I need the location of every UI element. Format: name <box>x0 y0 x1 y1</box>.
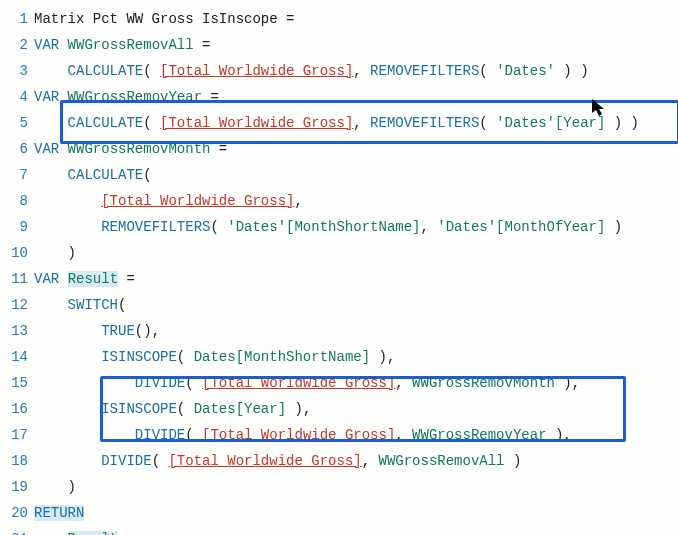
comma: , <box>395 375 412 391</box>
code-line[interactable]: CALCULATE( [Total Worldwide Gross], REMO… <box>34 110 678 136</box>
var-ref: WWGrossRemovYear <box>412 427 546 443</box>
measure-ref: [Total Worldwide Gross] <box>101 193 294 209</box>
paren: ( <box>177 349 194 365</box>
code-line[interactable]: TRUE(), <box>34 318 678 344</box>
paren: ( <box>143 115 160 131</box>
line-number: 4 <box>0 84 28 110</box>
line-number: 10 <box>0 240 28 266</box>
line-number: 18 <box>0 448 28 474</box>
indent <box>34 453 101 469</box>
code-line[interactable]: Result <box>34 526 678 535</box>
paren: ) ) <box>555 63 589 79</box>
column-ref: 'Dates'[MonthShortName] <box>227 219 420 235</box>
code-line[interactable]: SWITCH( <box>34 292 678 318</box>
code-line[interactable]: Matrix Pct WW Gross IsInscope = <box>34 6 678 32</box>
comma: , <box>294 193 302 209</box>
line-number: 1 <box>0 6 28 32</box>
indent <box>34 297 68 313</box>
paren: ( <box>185 427 202 443</box>
keyword-var: VAR <box>34 37 59 53</box>
indent <box>34 531 68 535</box>
paren: ) <box>505 453 522 469</box>
comma: , <box>353 63 370 79</box>
func-removefilters: REMOVEFILTERS <box>370 63 479 79</box>
measure-name: Matrix Pct WW Gross IsInscope = <box>34 11 294 27</box>
line-number: 17 <box>0 422 28 448</box>
code-line[interactable]: DIVIDE( [Total Worldwide Gross], WWGross… <box>34 370 678 396</box>
text: = <box>118 271 135 287</box>
line-number: 5 <box>0 110 28 136</box>
code-line[interactable]: CALCULATE( <box>34 162 678 188</box>
code-area[interactable]: Matrix Pct WW Gross IsInscope = VAR WWGr… <box>34 6 678 535</box>
paren: ) <box>34 245 76 261</box>
paren: ( <box>118 297 126 313</box>
line-number: 8 <box>0 188 28 214</box>
keyword-var: VAR <box>34 89 59 105</box>
code-line[interactable]: ISINSCOPE( Dates[MonthShortName] ), <box>34 344 678 370</box>
paren: ) <box>34 479 76 495</box>
code-line[interactable]: REMOVEFILTERS( 'Dates'[MonthShortName], … <box>34 214 678 240</box>
paren: ) ) <box>605 115 639 131</box>
line-number: 14 <box>0 344 28 370</box>
code-line[interactable]: VAR WWGrossRemovMonth = <box>34 136 678 162</box>
indent <box>34 219 101 235</box>
code-line[interactable]: VAR WWGrossRemovAll = <box>34 32 678 58</box>
code-line[interactable]: CALCULATE( [Total Worldwide Gross], REMO… <box>34 58 678 84</box>
comma: , <box>353 115 370 131</box>
func-calculate: CALCULATE <box>68 63 144 79</box>
column-ref: Dates[Year] <box>194 401 286 417</box>
func-divide: DIVIDE <box>135 427 185 443</box>
var-name: WWGrossRemovMonth <box>59 141 210 157</box>
var-ref: WWGrossRemovAll <box>379 453 505 469</box>
text: = <box>194 37 211 53</box>
column-ref: Dates[MonthShortName] <box>194 349 370 365</box>
code-line[interactable]: DIVIDE( [Total Worldwide Gross], WWGross… <box>34 448 678 474</box>
indent <box>34 349 101 365</box>
indent <box>34 323 101 339</box>
code-line[interactable]: ISINSCOPE( Dates[Year] ), <box>34 396 678 422</box>
paren: ( <box>479 115 496 131</box>
code-line[interactable]: DIVIDE( [Total Worldwide Gross], WWGross… <box>34 422 678 448</box>
keyword-return: RETURN <box>34 505 84 521</box>
text: = <box>202 89 219 105</box>
line-number: 3 <box>0 58 28 84</box>
var-ref: Result <box>68 531 118 535</box>
measure-ref: [Total Worldwide Gross] <box>202 375 395 391</box>
code-editor[interactable]: 1 2 3 4 5 6 7 8 9 10 11 12 13 14 15 16 1… <box>0 0 678 535</box>
code-line[interactable]: VAR Result = <box>34 266 678 292</box>
indent <box>34 167 68 183</box>
keyword-var: VAR <box>34 141 59 157</box>
func-calculate: CALCULATE <box>68 167 144 183</box>
func-calculate: CALCULATE <box>68 115 144 131</box>
table-ref: 'Dates' <box>496 63 555 79</box>
paren: ( <box>210 219 227 235</box>
line-number: 19 <box>0 474 28 500</box>
var-name-selected: Result <box>68 271 118 287</box>
line-number: 16 <box>0 396 28 422</box>
line-number: 21 <box>0 526 28 535</box>
code-line[interactable]: ) <box>34 240 678 266</box>
code-line[interactable]: [Total Worldwide Gross], <box>34 188 678 214</box>
paren: (), <box>135 323 160 339</box>
code-line[interactable]: ) <box>34 474 678 500</box>
code-line[interactable]: VAR WWGrossRemovYear = <box>34 84 678 110</box>
paren: ( <box>177 401 194 417</box>
code-line[interactable]: RETURN <box>34 500 678 526</box>
func-isinscope: ISINSCOPE <box>101 349 177 365</box>
func-removefilters: REMOVEFILTERS <box>370 115 479 131</box>
comma: , <box>395 427 412 443</box>
line-number: 11 <box>0 266 28 292</box>
indent <box>34 427 135 443</box>
comma: , <box>362 453 379 469</box>
paren: ), <box>555 375 580 391</box>
var-name: WWGrossRemovAll <box>59 37 193 53</box>
text: = <box>210 141 227 157</box>
func-removefilters: REMOVEFILTERS <box>101 219 210 235</box>
comma: , <box>420 219 437 235</box>
paren: ( <box>152 453 169 469</box>
indent <box>34 63 68 79</box>
paren: ), <box>370 349 395 365</box>
measure-ref: [Total Worldwide Gross] <box>202 427 395 443</box>
indent <box>34 115 68 131</box>
measure-ref: [Total Worldwide Gross] <box>168 453 361 469</box>
